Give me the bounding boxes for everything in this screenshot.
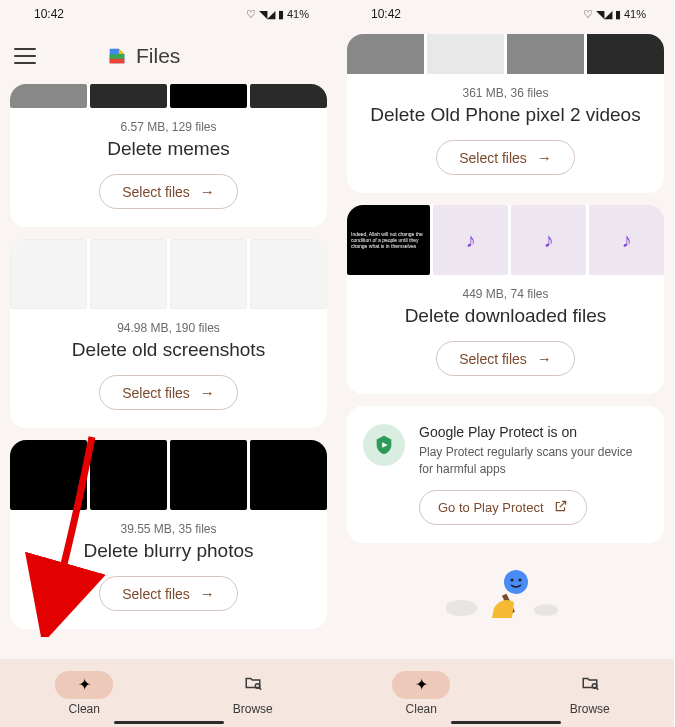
bottom-nav: ✦ Clean Browse [337, 659, 674, 727]
svg-point-8 [446, 600, 477, 616]
thumbnail-row [347, 34, 664, 74]
nav-clean[interactable]: ✦ Clean [337, 659, 506, 727]
music-icon: ♪ [511, 205, 586, 275]
phone-right: 10:42 ♡◥◢▮41% 361 MB, 36 files Delete Ol… [337, 0, 674, 727]
files-logo-icon [106, 45, 128, 67]
app-header: Files [0, 28, 337, 84]
protect-title: Google Play Protect is on [419, 424, 648, 440]
sparkle-icon: ✦ [415, 675, 428, 694]
bottom-nav: ✦ Clean Browse [0, 659, 337, 727]
clean-card-videos: 361 MB, 36 files Delete Old Phone pixel … [347, 34, 664, 193]
status-bar: 10:42 ♡◥◢▮41% [0, 0, 337, 28]
card-stats: 6.57 MB, 129 files [26, 120, 311, 134]
nav-browse[interactable]: Browse [169, 659, 338, 727]
card-title: Delete memes [26, 138, 311, 160]
select-files-button[interactable]: Select files→ [436, 341, 575, 376]
clean-card-memes: 6.57 MB, 129 files Delete memes Select f… [10, 84, 327, 227]
hamburger-menu-icon[interactable] [14, 48, 36, 64]
status-icons: ♡◥◢▮41% [583, 8, 646, 21]
svg-point-6 [518, 578, 521, 581]
arrow-right-icon: → [200, 585, 215, 602]
clean-card-blurry: 39.55 MB, 35 files Delete blurry photos … [10, 440, 327, 629]
card-title: Delete downloaded files [363, 305, 648, 327]
home-indicator[interactable] [114, 721, 224, 724]
clean-card-screenshots: 94.98 MB, 190 files Delete old screensho… [10, 239, 327, 428]
thumbnail-row [10, 239, 327, 309]
sparkle-icon: ✦ [78, 675, 91, 694]
status-icons: ♡◥◢▮41% [246, 8, 309, 21]
clean-illustration [347, 555, 664, 625]
svg-line-11 [596, 687, 598, 689]
go-to-play-protect-button[interactable]: Go to Play Protect [419, 490, 587, 525]
status-time: 10:42 [371, 7, 401, 21]
status-time: 10:42 [34, 7, 64, 21]
protect-desc: Play Protect regularly scans your device… [419, 444, 648, 478]
arrow-right-icon: → [200, 183, 215, 200]
select-files-button[interactable]: Select files→ [99, 174, 238, 209]
status-bar: 10:42 ♡◥◢▮41% [337, 0, 674, 28]
folder-search-icon [581, 674, 599, 696]
card-stats: 449 MB, 74 files [363, 287, 648, 301]
play-protect-card: Google Play Protect is on Play Protect r… [347, 406, 664, 543]
arrow-right-icon: → [537, 149, 552, 166]
card-stats: 94.98 MB, 190 files [26, 321, 311, 335]
thumbnail-row: Indeed, Allah will not change the condit… [347, 205, 664, 275]
content-scroll[interactable]: 361 MB, 36 files Delete Old Phone pixel … [337, 28, 674, 659]
clean-card-downloads: Indeed, Allah will not change the condit… [347, 205, 664, 394]
svg-point-9 [534, 604, 558, 616]
svg-point-4 [504, 570, 528, 594]
card-title: Delete blurry photos [26, 540, 311, 562]
thumbnail-row [10, 440, 327, 510]
nav-clean[interactable]: ✦ Clean [0, 659, 169, 727]
external-link-icon [554, 499, 568, 516]
select-files-button[interactable]: Select files→ [99, 576, 238, 611]
arrow-right-icon: → [200, 384, 215, 401]
card-stats: 361 MB, 36 files [363, 86, 648, 100]
home-indicator[interactable] [451, 721, 561, 724]
music-icon: ♪ [589, 205, 664, 275]
card-title: Delete old screenshots [26, 339, 311, 361]
folder-search-icon [244, 674, 262, 696]
play-protect-shield-icon [363, 424, 405, 466]
svg-rect-1 [110, 54, 125, 59]
select-files-button[interactable]: Select files→ [436, 140, 575, 175]
svg-line-3 [259, 687, 261, 689]
card-title: Delete Old Phone pixel 2 videos [363, 104, 648, 126]
thumbnail-row [10, 84, 327, 108]
svg-point-5 [510, 578, 513, 581]
music-icon: ♪ [433, 205, 508, 275]
card-stats: 39.55 MB, 35 files [26, 522, 311, 536]
arrow-right-icon: → [537, 350, 552, 367]
content-scroll[interactable]: 6.57 MB, 129 files Delete memes Select f… [0, 84, 337, 659]
nav-browse[interactable]: Browse [506, 659, 675, 727]
phone-left: 10:42 ♡◥◢▮41% Files 6.57 MB, 129 files D… [0, 0, 337, 727]
select-files-button[interactable]: Select files→ [99, 375, 238, 410]
app-title: Files [106, 44, 180, 68]
